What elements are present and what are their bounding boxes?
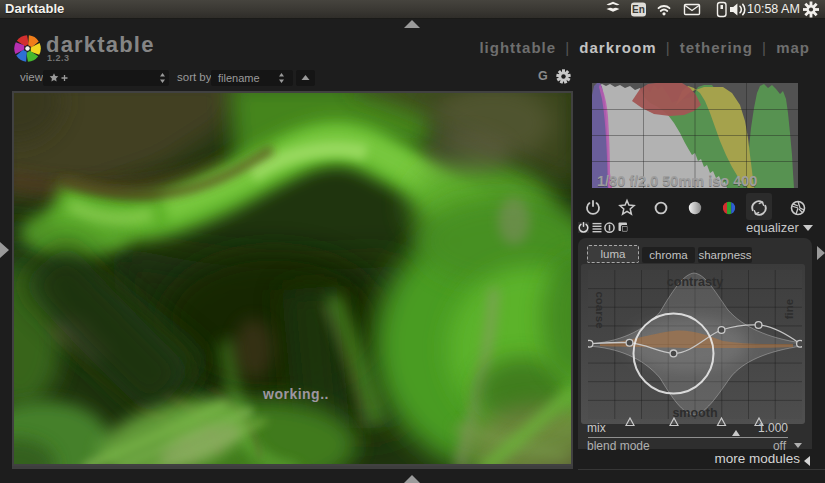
svg-text:fine: fine: [783, 299, 795, 319]
svg-text:coarse: coarse: [594, 291, 606, 328]
svg-text:contrasty: contrasty: [667, 275, 723, 289]
svg-text:En: En: [632, 4, 645, 15]
